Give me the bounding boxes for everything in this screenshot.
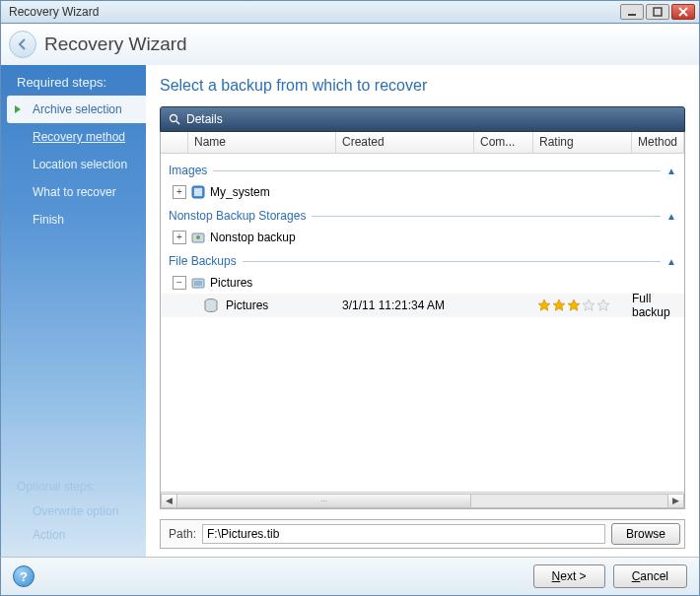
svg-rect-4 [194,188,202,196]
details-label: Details [186,112,223,126]
close-button[interactable] [671,4,695,20]
col-method[interactable]: Method [632,132,684,153]
path-input[interactable] [202,524,605,544]
sidebar-item-finish[interactable]: Finish [1,206,146,233]
help-button[interactable]: ? [13,565,35,587]
window-title: Recovery Wizard [5,5,620,19]
path-row: Path: Browse [160,519,685,549]
sidebar-item-what-to-recover[interactable]: What to recover [1,178,146,206]
collapse-box-icon[interactable]: − [173,276,186,290]
sidebar: Required steps: Archive selection Recove… [1,65,146,557]
cancel-button[interactable]: Cancel [613,564,687,588]
folder-backup-icon [190,275,206,291]
tree-item-my-system[interactable]: + My_system [161,181,684,203]
sidebar-item-action: Action [1,523,146,547]
scroll-track[interactable]: ··· [177,494,667,508]
disk-image-icon [190,184,206,200]
svg-point-2 [170,115,176,122]
tree-body: Images▲ + My_system Nonstop Backup Stora… [161,154,684,492]
maximize-button[interactable] [646,4,669,20]
sidebar-item-recovery-method[interactable]: Recovery method [1,123,146,151]
scroll-thumb[interactable]: ··· [177,495,471,507]
minimize-button[interactable] [620,4,644,20]
group-file-backups: File Backups▲ [161,248,684,272]
path-label: Path: [165,527,196,541]
footer: ? Next > Cancel [0,557,700,596]
svg-rect-8 [194,281,202,286]
group-nonstop: Nonstop Backup Storages▲ [161,203,684,227]
details-icon [169,113,180,125]
header-band: Recovery Wizard [0,24,700,65]
col-name[interactable]: Name [188,132,336,153]
rating-stars[interactable] [537,298,632,312]
backup-db-icon [202,297,220,314]
browse-button[interactable]: Browse [611,523,680,545]
sidebar-optional-heading: Optional steps: [1,474,146,499]
col-comment[interactable]: Com... [474,132,533,153]
page-title: Recovery Wizard [44,33,187,55]
svg-point-6 [196,235,200,239]
back-arrow-icon [16,37,30,51]
collapse-icon[interactable]: ▲ [666,166,676,176]
back-button[interactable] [9,31,36,58]
next-button[interactable]: Next > [533,564,605,588]
expand-icon[interactable]: + [173,231,186,244]
sidebar-required-heading: Required steps: [1,65,146,96]
svg-rect-0 [628,14,636,16]
sidebar-item-overwrite-option: Overwrite option [1,499,146,523]
scroll-left-icon[interactable]: ◀ [161,494,177,508]
titlebar: Recovery Wizard [0,0,700,24]
backup-tree: Name Created Com... Rating Method Images… [160,132,685,509]
collapse-icon[interactable]: ▲ [666,211,676,222]
nonstop-icon [190,230,206,245]
col-rating[interactable]: Rating [533,132,632,153]
collapse-icon[interactable]: ▲ [666,256,676,267]
sidebar-item-archive-selection[interactable]: Archive selection [7,96,146,123]
tree-child-pictures-backup[interactable]: Pictures 3/1/11 11:21:34 AM Full backup [161,294,684,317]
tree-item-pictures[interactable]: − Pictures [161,272,684,294]
sidebar-item-location-selection[interactable]: Location selection [1,151,146,178]
horizontal-scrollbar[interactable]: ◀ ··· ▶ [161,492,684,508]
content-heading: Select a backup from which to recover [160,77,685,95]
svg-rect-1 [654,8,662,16]
content: Select a backup from which to recover De… [146,65,699,557]
tree-item-nonstop-backup[interactable]: + Nonstop backup [161,227,684,248]
expand-icon[interactable]: + [173,185,186,199]
scroll-right-icon[interactable]: ▶ [667,494,684,508]
column-headers: Name Created Com... Rating Method [161,132,684,154]
group-images: Images▲ [161,158,684,181]
col-created[interactable]: Created [336,132,474,153]
details-toolbar[interactable]: Details [160,106,685,132]
